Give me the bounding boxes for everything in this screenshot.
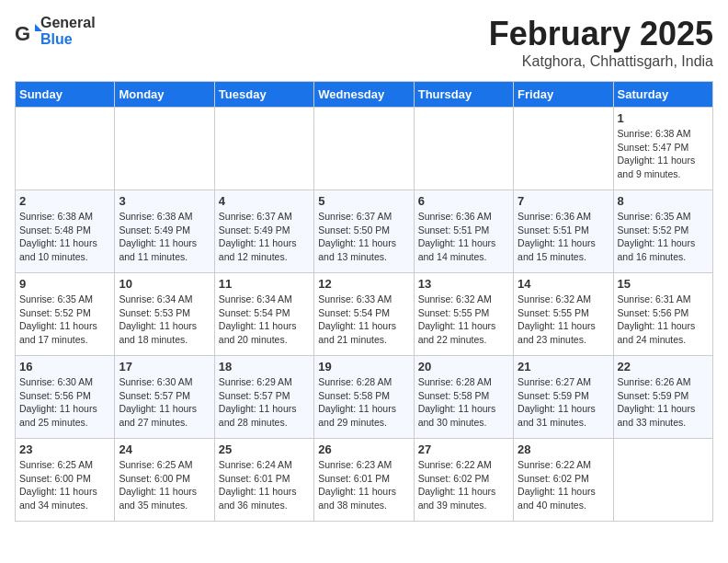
logo-general: General (40, 15, 96, 30)
week-row-1: 1Sunrise: 6:38 AM Sunset: 5:47 PM Daylig… (16, 108, 713, 190)
cell-text: Sunrise: 6:25 AM Sunset: 6:00 PM Dayligh… (19, 458, 110, 512)
cell-text: Sunrise: 6:35 AM Sunset: 5:52 PM Dayligh… (19, 293, 110, 347)
cell-text: Sunrise: 6:37 AM Sunset: 5:49 PM Dayligh… (219, 210, 310, 264)
calendar-cell: 16Sunrise: 6:30 AM Sunset: 5:56 PM Dayli… (16, 356, 115, 439)
cell-text: Sunrise: 6:32 AM Sunset: 5:55 PM Dayligh… (418, 293, 509, 347)
title-area: February 2025 Katghora, Chhattisgarh, In… (489, 15, 713, 70)
calendar-cell: 9Sunrise: 6:35 AM Sunset: 5:52 PM Daylig… (16, 273, 115, 356)
calendar-cell: 24Sunrise: 6:25 AM Sunset: 6:00 PM Dayli… (115, 439, 214, 522)
weekday-header-sunday: Sunday (16, 82, 115, 108)
calendar-title: February 2025 (489, 15, 713, 53)
day-number: 4 (219, 194, 310, 208)
logo-blue: Blue (40, 31, 73, 47)
day-number: 11 (219, 277, 310, 291)
cell-text: Sunrise: 6:28 AM Sunset: 5:58 PM Dayligh… (318, 375, 409, 430)
calendar-cell: 28Sunrise: 6:22 AM Sunset: 6:02 PM Dayli… (514, 439, 613, 522)
day-number: 9 (19, 277, 110, 291)
calendar-cell: 20Sunrise: 6:28 AM Sunset: 5:58 PM Dayli… (414, 356, 513, 439)
cell-text: Sunrise: 6:34 AM Sunset: 5:54 PM Dayligh… (219, 293, 310, 347)
day-number: 5 (318, 194, 409, 208)
calendar-cell: 15Sunrise: 6:31 AM Sunset: 5:56 PM Dayli… (613, 273, 712, 356)
calendar-cell: 18Sunrise: 6:29 AM Sunset: 5:57 PM Dayli… (214, 356, 313, 439)
calendar-cell: 1Sunrise: 6:38 AM Sunset: 5:47 PM Daylig… (613, 108, 712, 190)
calendar-cell: 10Sunrise: 6:34 AM Sunset: 5:53 PM Dayli… (115, 273, 214, 356)
cell-text: Sunrise: 6:38 AM Sunset: 5:49 PM Dayligh… (119, 210, 210, 264)
cell-text: Sunrise: 6:38 AM Sunset: 5:48 PM Dayligh… (19, 210, 110, 264)
svg-text:G: G (15, 22, 30, 45)
cell-text: Sunrise: 6:34 AM Sunset: 5:53 PM Dayligh… (119, 293, 210, 347)
calendar-cell: 13Sunrise: 6:32 AM Sunset: 5:55 PM Dayli… (414, 273, 513, 356)
cell-text: Sunrise: 6:36 AM Sunset: 5:51 PM Dayligh… (518, 210, 609, 264)
calendar-cell (414, 108, 513, 190)
week-row-2: 2Sunrise: 6:38 AM Sunset: 5:48 PM Daylig… (16, 190, 713, 273)
cell-text: Sunrise: 6:36 AM Sunset: 5:51 PM Dayligh… (418, 210, 509, 264)
calendar-cell: 2Sunrise: 6:38 AM Sunset: 5:48 PM Daylig… (16, 190, 115, 273)
weekday-header-row: SundayMondayTuesdayWednesdayThursdayFrid… (16, 82, 713, 108)
calendar-cell: 6Sunrise: 6:36 AM Sunset: 5:51 PM Daylig… (414, 190, 513, 273)
cell-text: Sunrise: 6:30 AM Sunset: 5:57 PM Dayligh… (119, 375, 210, 430)
logo-icon: G (15, 20, 37, 42)
calendar-cell: 23Sunrise: 6:25 AM Sunset: 6:00 PM Dayli… (16, 439, 115, 522)
weekday-header-monday: Monday (115, 82, 214, 108)
calendar-cell: 12Sunrise: 6:33 AM Sunset: 5:54 PM Dayli… (314, 273, 414, 356)
day-number: 3 (119, 194, 210, 208)
header: G General Blue February 2025 Katghora, C… (15, 15, 713, 70)
week-row-3: 9Sunrise: 6:35 AM Sunset: 5:52 PM Daylig… (16, 273, 713, 356)
calendar-subtitle: Katghora, Chhattisgarh, India (489, 53, 713, 70)
day-number: 10 (119, 277, 210, 291)
calendar-cell (115, 108, 214, 190)
day-number: 24 (119, 442, 210, 456)
weekday-header-wednesday: Wednesday (314, 82, 414, 108)
cell-text: Sunrise: 6:24 AM Sunset: 6:01 PM Dayligh… (219, 458, 310, 512)
calendar-cell (16, 108, 115, 190)
weekday-header-tuesday: Tuesday (214, 82, 313, 108)
cell-text: Sunrise: 6:30 AM Sunset: 5:56 PM Dayligh… (19, 375, 110, 430)
day-number: 25 (219, 442, 310, 456)
cell-text: Sunrise: 6:38 AM Sunset: 5:47 PM Dayligh… (618, 127, 709, 181)
calendar-table: SundayMondayTuesdayWednesdayThursdayFrid… (15, 81, 713, 522)
calendar-cell: 7Sunrise: 6:36 AM Sunset: 5:51 PM Daylig… (514, 190, 613, 273)
calendar-cell: 19Sunrise: 6:28 AM Sunset: 5:58 PM Dayli… (314, 356, 414, 439)
day-number: 2 (19, 194, 110, 208)
weekday-header-friday: Friday (514, 82, 613, 108)
calendar-cell: 4Sunrise: 6:37 AM Sunset: 5:49 PM Daylig… (214, 190, 313, 273)
cell-text: Sunrise: 6:28 AM Sunset: 5:58 PM Dayligh… (418, 375, 509, 430)
day-number: 6 (418, 194, 509, 208)
day-number: 14 (518, 277, 609, 291)
logo: G General Blue (15, 15, 96, 47)
calendar-cell (514, 108, 613, 190)
day-number: 18 (219, 360, 310, 373)
cell-text: Sunrise: 6:37 AM Sunset: 5:50 PM Dayligh… (318, 210, 409, 264)
day-number: 7 (518, 194, 609, 208)
cell-text: Sunrise: 6:22 AM Sunset: 6:02 PM Dayligh… (418, 458, 509, 512)
day-number: 23 (19, 442, 110, 456)
calendar-cell: 11Sunrise: 6:34 AM Sunset: 5:54 PM Dayli… (214, 273, 313, 356)
cell-text: Sunrise: 6:32 AM Sunset: 5:55 PM Dayligh… (518, 293, 609, 347)
calendar-cell: 5Sunrise: 6:37 AM Sunset: 5:50 PM Daylig… (314, 190, 414, 273)
logo-text: General Blue (40, 15, 96, 47)
day-number: 15 (618, 277, 709, 291)
cell-text: Sunrise: 6:22 AM Sunset: 6:02 PM Dayligh… (518, 458, 609, 512)
day-number: 20 (418, 360, 509, 373)
day-number: 27 (418, 442, 509, 456)
cell-text: Sunrise: 6:25 AM Sunset: 6:00 PM Dayligh… (119, 458, 210, 512)
day-number: 13 (418, 277, 509, 291)
calendar-cell: 3Sunrise: 6:38 AM Sunset: 5:49 PM Daylig… (115, 190, 214, 273)
calendar-cell (314, 108, 414, 190)
week-row-4: 16Sunrise: 6:30 AM Sunset: 5:56 PM Dayli… (16, 356, 713, 439)
day-number: 17 (119, 360, 210, 373)
calendar-cell: 8Sunrise: 6:35 AM Sunset: 5:52 PM Daylig… (613, 190, 712, 273)
weekday-header-saturday: Saturday (613, 82, 712, 108)
day-number: 19 (318, 360, 409, 373)
calendar-cell: 27Sunrise: 6:22 AM Sunset: 6:02 PM Dayli… (414, 439, 513, 522)
calendar-cell: 21Sunrise: 6:27 AM Sunset: 5:59 PM Dayli… (514, 356, 613, 439)
cell-text: Sunrise: 6:31 AM Sunset: 5:56 PM Dayligh… (618, 293, 709, 347)
cell-text: Sunrise: 6:26 AM Sunset: 5:59 PM Dayligh… (618, 375, 709, 430)
week-row-5: 23Sunrise: 6:25 AM Sunset: 6:00 PM Dayli… (16, 439, 713, 522)
day-number: 26 (318, 442, 409, 456)
day-number: 12 (318, 277, 409, 291)
day-number: 8 (618, 194, 709, 208)
calendar-cell: 25Sunrise: 6:24 AM Sunset: 6:01 PM Dayli… (214, 439, 313, 522)
day-number: 16 (19, 360, 110, 373)
calendar-cell: 26Sunrise: 6:23 AM Sunset: 6:01 PM Dayli… (314, 439, 414, 522)
